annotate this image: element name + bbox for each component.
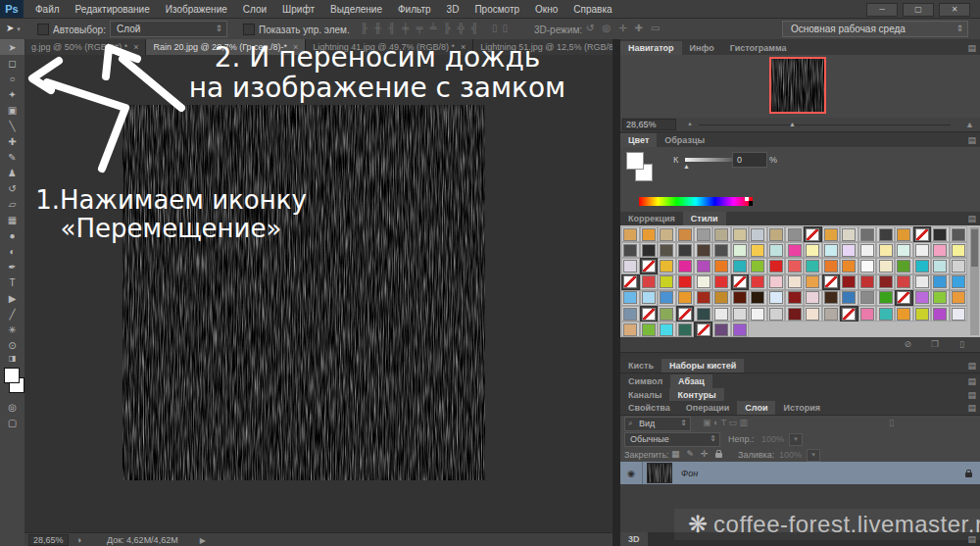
zoom-in-icon[interactable]: ▲	[965, 120, 974, 129]
healing-brush-tool[interactable]: ✚	[0, 133, 24, 149]
style-swatch[interactable]	[767, 306, 786, 322]
style-swatch[interactable]	[694, 274, 712, 290]
style-swatch[interactable]	[876, 242, 895, 258]
maximize-button[interactable]: ▢	[903, 3, 934, 17]
style-swatch[interactable]	[658, 306, 676, 322]
style-swatch[interactable]	[858, 274, 877, 290]
style-swatch[interactable]	[822, 226, 841, 242]
style-swatch[interactable]	[694, 322, 712, 337]
align-icon-3[interactable]: ╪	[402, 23, 409, 33]
style-swatch[interactable]	[822, 290, 841, 306]
style-swatch[interactable]	[749, 242, 767, 258]
style-swatch[interactable]	[913, 258, 932, 273]
menu-item-Редактирование[interactable]: Редактирование	[75, 4, 150, 15]
style-swatch[interactable]	[822, 242, 841, 258]
style-swatch[interactable]	[950, 242, 968, 258]
menu-item-Справка[interactable]: Справка	[573, 4, 612, 15]
k-value-field[interactable]: 0	[732, 152, 767, 168]
lock-pixels-icon[interactable]: ✎	[687, 449, 695, 459]
pen-tool[interactable]: ✒	[0, 259, 24, 274]
style-swatch[interactable]	[767, 226, 786, 242]
style-swatch[interactable]	[621, 274, 640, 290]
style-swatch[interactable]	[767, 290, 786, 306]
panel-tab-Наборы кистей[interactable]: Наборы кистей	[662, 359, 744, 372]
menu-item-3D[interactable]: 3D	[447, 4, 460, 15]
workspace-select[interactable]: Основная рабочая среда ⇕	[782, 21, 968, 37]
align-icon-1[interactable]: ╫	[374, 23, 381, 33]
style-swatch[interactable]	[913, 226, 932, 242]
style-swatch[interactable]	[621, 290, 640, 306]
style-swatch[interactable]	[676, 258, 695, 273]
style-swatch[interactable]	[895, 274, 913, 290]
style-swatch[interactable]	[621, 226, 640, 242]
document-tab[interactable]: g.jpg @ 50% (RGB/8#) *×	[24, 39, 146, 55]
style-swatch[interactable]	[749, 306, 767, 322]
distribute-icon-1[interactable]: ▯	[503, 23, 509, 33]
styles-scrollbar[interactable]	[970, 227, 979, 335]
style-swatch[interactable]	[931, 242, 950, 258]
blend-mode-select[interactable]: Обычные ⇕	[624, 432, 720, 447]
style-swatch[interactable]	[676, 226, 695, 242]
style-swatch[interactable]	[913, 306, 932, 322]
panel-tab-Образцы[interactable]: Образцы	[657, 133, 712, 147]
style-swatch[interactable]	[731, 274, 750, 290]
style-swatch[interactable]	[876, 290, 895, 306]
style-swatch[interactable]	[822, 306, 841, 322]
hand-tool[interactable]: ✳	[0, 322, 24, 337]
panel-tab-Стили[interactable]: Стили	[683, 212, 726, 225]
align-icon-8[interactable]: ╣	[471, 23, 478, 33]
style-swatch[interactable]	[785, 226, 804, 242]
style-swatch[interactable]	[804, 226, 822, 242]
close-button[interactable]: ✕	[939, 3, 970, 17]
zoom-out-icon[interactable]: ▲	[687, 121, 693, 126]
style-swatch[interactable]	[950, 226, 968, 242]
style-swatch[interactable]	[640, 258, 659, 273]
style-swatch[interactable]	[785, 258, 804, 273]
move-tool[interactable]: ➤	[0, 39, 24, 55]
swap-colors-icon[interactable]: ◨	[0, 353, 24, 363]
quick-mask-icon[interactable]: ◎	[0, 399, 24, 415]
style-swatch[interactable]	[931, 306, 950, 322]
layer-filter-select[interactable]: ⌕ Вид ⇕	[624, 417, 691, 431]
style-swatch[interactable]	[840, 306, 858, 322]
style-swatch[interactable]	[658, 274, 676, 290]
style-swatch[interactable]	[731, 290, 750, 306]
style-swatch[interactable]	[731, 242, 750, 258]
style-swatch[interactable]	[950, 306, 968, 322]
marquee-tool[interactable]: ◻	[0, 55, 24, 71]
lasso-tool[interactable]: ○	[0, 71, 24, 86]
new-style-icon[interactable]: ❐	[931, 339, 939, 349]
opacity-dropdown-icon[interactable]: ▾	[789, 433, 803, 446]
path-selection-tool[interactable]: ▶	[0, 290, 24, 306]
style-swatch[interactable]	[640, 274, 659, 290]
style-swatch[interactable]	[840, 258, 858, 273]
style-swatch[interactable]	[840, 242, 858, 258]
style-swatch[interactable]	[676, 322, 695, 337]
menu-item-Окно[interactable]: Окно	[535, 4, 558, 15]
navigator-thumbnail[interactable]	[769, 57, 826, 114]
autoselect-checkbox[interactable]	[37, 24, 49, 35]
style-swatch[interactable]	[712, 242, 731, 258]
align-icon-6[interactable]: ╠	[444, 23, 451, 33]
panel-menu-icon[interactable]: ▤	[967, 361, 976, 371]
panel-menu-icon[interactable]: ▤	[967, 43, 976, 53]
mode3d-icon-4[interactable]: ▭	[651, 23, 660, 33]
menu-item-Выделение[interactable]: Выделение	[330, 4, 382, 15]
clone-stamp-tool[interactable]: ♟	[0, 165, 24, 180]
style-swatch[interactable]	[694, 226, 712, 242]
style-swatch[interactable]	[840, 226, 858, 242]
panel-menu-icon[interactable]: ▤	[967, 376, 976, 386]
style-swatch[interactable]	[804, 242, 822, 258]
style-swatch[interactable]	[640, 290, 659, 306]
line-tool[interactable]: ╱	[0, 306, 24, 322]
status-menu-arrow-icon[interactable]: ▶	[200, 536, 206, 545]
style-swatch[interactable]	[676, 242, 695, 258]
align-icon-0[interactable]: ╟	[361, 23, 368, 33]
panel-tab-Навигатор[interactable]: Навигатор	[620, 41, 682, 55]
panel-tab-Гистограмма[interactable]: Гистограмма	[722, 41, 795, 55]
style-swatch[interactable]	[931, 274, 950, 290]
zoom-tool[interactable]: ⊙	[0, 337, 24, 353]
style-swatch[interactable]	[840, 274, 858, 290]
style-swatch[interactable]	[895, 258, 913, 273]
panel-tab-Инфо[interactable]: Инфо	[682, 41, 722, 55]
